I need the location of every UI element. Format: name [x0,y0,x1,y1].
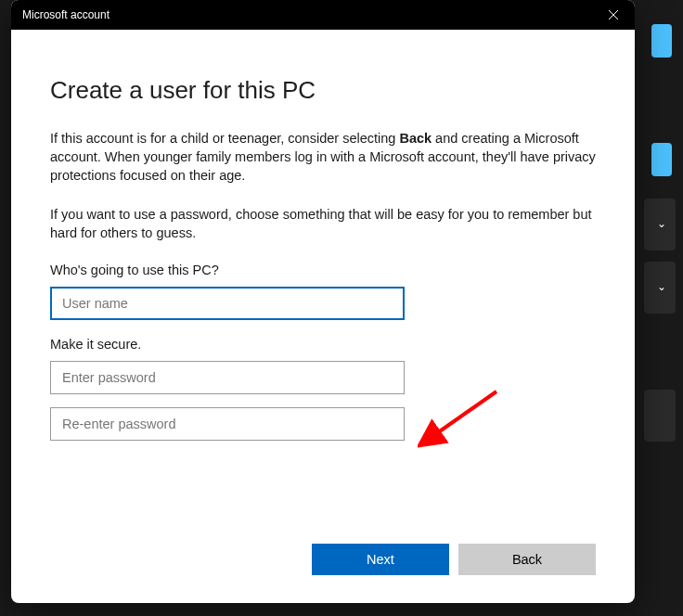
password-section-label: Make it secure. [50,337,596,352]
background-panel [644,390,676,442]
next-button[interactable]: Next [312,544,449,575]
intro-text-bold: Back [399,131,432,146]
close-icon [609,10,618,19]
back-button[interactable]: Back [458,544,596,575]
chevron-down-icon: ⌄ [657,280,666,293]
dialog-footer: Next Back [11,544,635,603]
close-button[interactable] [592,0,635,30]
username-input[interactable] [50,287,405,320]
dialog-window: Microsoft account Create a user for this… [11,0,635,603]
intro-paragraph-1: If this account is for a child or teenag… [50,129,596,185]
background-tile [651,143,672,176]
dialog-content: Create a user for this PC If this accoun… [11,30,635,544]
annotation-arrow [418,384,510,449]
username-label: Who's going to use this PC? [50,263,596,277]
intro-paragraph-2: If you want to use a password, choose so… [50,205,596,242]
titlebar: Microsoft account [11,0,635,30]
svg-line-1 [434,391,496,435]
password-confirm-input[interactable] [50,407,405,441]
chevron-down-icon: ⌄ [657,217,666,230]
window-title: Microsoft account [22,8,110,21]
page-title: Create a user for this PC [50,76,596,105]
background-tile [651,24,672,58]
password-input[interactable] [50,361,405,394]
intro-text-pre: If this account is for a child or teenag… [50,131,399,146]
